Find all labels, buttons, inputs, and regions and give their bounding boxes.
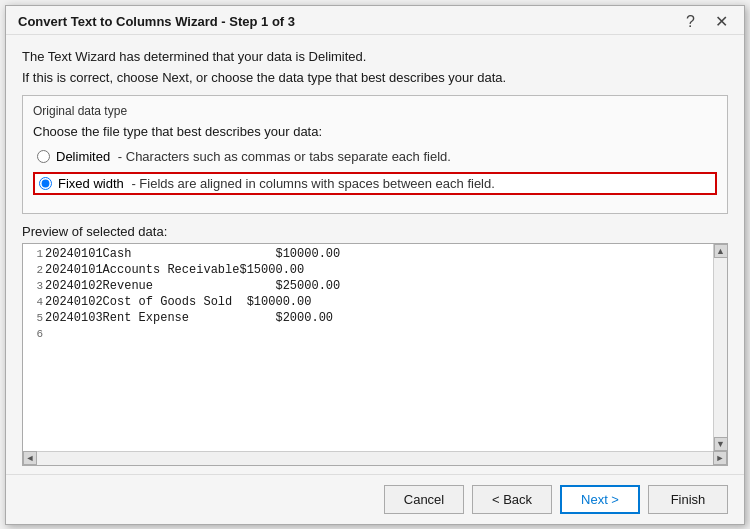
original-data-type-group: Original data type Choose the file type … [22,95,728,214]
scroll-left-button[interactable]: ◄ [23,451,37,465]
finish-button[interactable]: Finish [648,485,728,514]
title-bar: Convert Text to Columns Wizard - Step 1 … [6,6,744,35]
intro-line1: The Text Wizard has determined that your… [22,49,728,64]
delimited-radio[interactable] [37,150,50,163]
help-button[interactable]: ? [682,14,699,30]
table-row: 2 20240101Accounts Receivable$15000.00 [23,262,727,278]
preview-area: Preview of selected data: 1 20240101Cash… [22,224,728,466]
fixed-width-radio[interactable] [39,177,52,190]
table-row: 6 [23,326,727,342]
table-row: 5 20240103Rent Expense $2000.00 [23,310,727,326]
fixed-width-option[interactable]: Fixed width - Fields are aligned in colu… [33,172,717,195]
dialog-footer: Cancel < Back Next > Finish [6,474,744,524]
table-row: 1 20240101Cash $10000.00 [23,246,727,262]
cancel-button[interactable]: Cancel [384,485,464,514]
scroll-right-button[interactable]: ► [713,451,727,465]
close-button[interactable]: ✕ [711,14,732,30]
vertical-scrollbar[interactable]: ▲ ▼ [713,244,727,451]
scroll-down-button[interactable]: ▼ [714,437,728,451]
table-row: 3 20240102Revenue $25000.00 [23,278,727,294]
scroll-up-button[interactable]: ▲ [714,244,728,258]
preview-label: Preview of selected data: [22,224,728,239]
dialog-content: The Text Wizard has determined that your… [6,35,744,474]
scroll-track[interactable] [714,258,727,437]
scroll-h-track[interactable] [37,452,713,465]
fixed-width-label: Fixed width - Fields are aligned in colu… [58,176,495,191]
dialog-title: Convert Text to Columns Wizard - Step 1 … [18,14,295,29]
title-bar-actions: ? ✕ [682,14,732,30]
group-title: Original data type [33,104,717,118]
horizontal-scrollbar[interactable]: ◄ ► [23,451,727,465]
delimited-label: Delimited - Characters such as commas or… [56,149,451,164]
delimited-option[interactable]: Delimited - Characters such as commas or… [33,147,717,166]
next-button[interactable]: Next > [560,485,640,514]
group-subtitle: Choose the file type that best describes… [33,124,717,139]
back-button[interactable]: < Back [472,485,552,514]
preview-container[interactable]: 1 20240101Cash $10000.00 2 20240101Accou… [22,243,728,466]
dialog: Convert Text to Columns Wizard - Step 1 … [5,5,745,525]
preview-inner[interactable]: 1 20240101Cash $10000.00 2 20240101Accou… [23,244,727,451]
intro-line2: If this is correct, choose Next, or choo… [22,70,728,85]
table-row: 4 20240102Cost of Goods Sold $10000.00 [23,294,727,310]
